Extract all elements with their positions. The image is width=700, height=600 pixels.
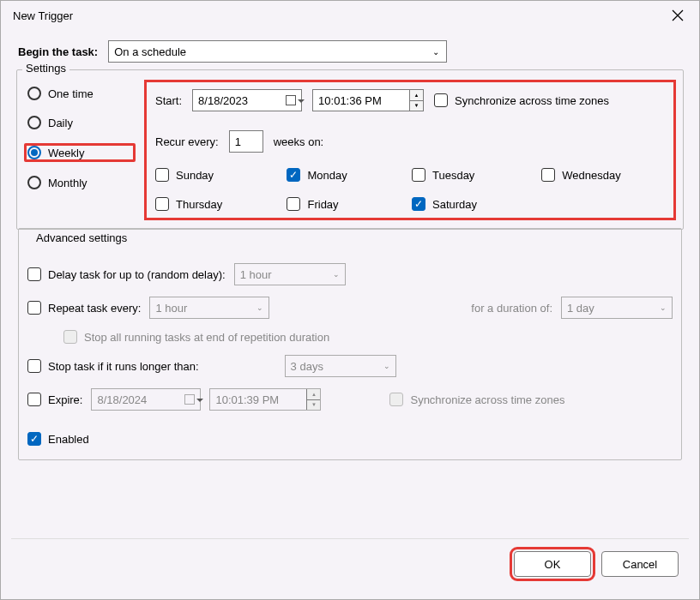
delay-checkbox[interactable] xyxy=(27,267,41,281)
settings-legend: Settings xyxy=(22,62,69,75)
expire-row: Expire: 8/18/2024 10:01:39 PM ▲▼ Synchro… xyxy=(27,388,673,411)
stop-all-checkbox xyxy=(63,330,77,344)
expire-time-picker[interactable]: 10:01:39 PM ▲▼ xyxy=(209,388,321,411)
label-sunday: Sunday xyxy=(176,169,214,182)
stop-if-checkbox-row[interactable]: Stop task if it runs longer than: xyxy=(27,359,199,373)
spinner-down-icon[interactable]: ▼ xyxy=(410,101,423,111)
begin-task-row: Begin the task: On a schedule ⌄ xyxy=(11,35,689,63)
checkbox-friday[interactable] xyxy=(287,197,300,211)
duration-combo[interactable]: 1 day ⌄ xyxy=(561,297,673,319)
enabled-label: Enabled xyxy=(48,433,89,446)
day-monday[interactable]: ✓ Monday xyxy=(287,168,391,182)
expire-label: Expire: xyxy=(48,393,82,406)
expire-date-value: 8/18/2024 xyxy=(97,393,147,406)
sync-tz-checkbox[interactable] xyxy=(434,93,448,107)
close-icon xyxy=(672,9,684,21)
close-button[interactable] xyxy=(665,3,691,28)
radio-one-time-label: One time xyxy=(48,87,94,100)
schedule-radio-group: One time Daily Weekly Monthly xyxy=(24,80,136,220)
day-thursday[interactable]: Thursday xyxy=(155,197,266,211)
stop-if-row: Stop task if it runs longer than: 3 days… xyxy=(27,355,673,377)
delay-combo[interactable]: 1 hour ⌄ xyxy=(234,263,346,285)
day-wednesday[interactable]: Wednesday xyxy=(541,168,665,182)
repeat-value: 1 hour xyxy=(155,302,187,315)
settings-body: One time Daily Weekly Monthly xyxy=(17,80,683,229)
stop-if-label: Stop task if it runs longer than: xyxy=(48,360,199,373)
day-tuesday[interactable]: Tuesday xyxy=(412,168,521,182)
stop-if-checkbox[interactable] xyxy=(27,359,41,373)
chevron-down-icon: ⌄ xyxy=(333,270,340,279)
repeat-checkbox[interactable] xyxy=(27,301,41,315)
checkbox-monday[interactable]: ✓ xyxy=(287,168,300,182)
recur-row: Recur every: 1 weeks on: xyxy=(155,130,665,153)
sync-tz-label: Synchronize across time zones xyxy=(455,94,609,107)
begin-task-combo[interactable]: On a schedule ⌄ xyxy=(108,40,447,63)
expire-sync-checkbox xyxy=(389,393,403,406)
begin-task-label: Begin the task: xyxy=(18,45,98,58)
ok-button[interactable]: OK xyxy=(514,551,591,577)
delay-value: 1 hour xyxy=(240,268,272,281)
checkbox-thursday[interactable] xyxy=(155,197,169,211)
radio-weekly-label: Weekly xyxy=(48,147,84,159)
spinner-up-icon[interactable]: ▲ xyxy=(410,90,423,101)
start-date-picker[interactable]: 8/18/2023 xyxy=(192,89,302,111)
spinner-up-icon[interactable]: ▲ xyxy=(307,389,320,400)
chevron-down-icon: ⌄ xyxy=(432,47,439,57)
label-saturday: Saturday xyxy=(432,198,477,211)
calendar-icon xyxy=(184,394,195,405)
start-time-value: 10:01:36 PM xyxy=(318,94,382,107)
enabled-checkbox[interactable]: ✓ xyxy=(27,432,41,446)
time-spinner[interactable]: ▲▼ xyxy=(409,90,423,111)
recur-block: Recur every: 1 weeks on: Sunday xyxy=(155,130,665,211)
enabled-checkbox-row[interactable]: ✓ Enabled xyxy=(27,432,89,446)
delay-checkbox-row[interactable]: Delay task for up to (random delay): xyxy=(27,267,226,281)
delay-label: Delay task for up to (random delay): xyxy=(48,268,226,281)
expire-date-picker[interactable]: 8/18/2024 xyxy=(91,388,201,411)
expire-sync-row: Synchronize across time zones xyxy=(389,393,564,406)
stop-all-label: Stop all running tasks at end of repetit… xyxy=(84,331,329,344)
expire-time-value: 10:01:39 PM xyxy=(215,393,279,406)
repeat-checkbox-row[interactable]: Repeat task every: xyxy=(27,301,141,315)
day-saturday[interactable]: ✓ Saturday xyxy=(412,197,521,211)
spinner-down-icon[interactable]: ▼ xyxy=(307,400,320,411)
expire-checkbox-row[interactable]: Expire: xyxy=(27,393,82,406)
label-wednesday: Wednesday xyxy=(562,169,620,182)
cancel-button[interactable]: Cancel xyxy=(601,551,679,577)
radio-daily-label: Daily xyxy=(48,117,73,129)
repeat-combo[interactable]: 1 hour ⌄ xyxy=(149,297,269,319)
recur-weeks-input[interactable]: 1 xyxy=(229,130,263,153)
titlebar: New Trigger xyxy=(1,1,699,30)
checkbox-saturday[interactable]: ✓ xyxy=(412,197,425,211)
day-sunday[interactable]: Sunday xyxy=(155,168,266,182)
checkbox-tuesday[interactable] xyxy=(412,168,425,182)
advanced-legend: Advanced settings xyxy=(33,231,678,244)
begin-task-value: On a schedule xyxy=(114,45,186,58)
dialog-footer: OK Cancel xyxy=(11,538,689,589)
recur-value: 1 xyxy=(235,135,241,148)
sync-tz-checkbox-row[interactable]: Synchronize across time zones xyxy=(434,93,609,107)
expire-checkbox[interactable] xyxy=(27,393,41,406)
chevron-down-icon: ⌄ xyxy=(256,303,263,312)
radio-weekly[interactable]: Weekly xyxy=(24,143,136,162)
settings-fieldset: Settings One time Daily Weekly xyxy=(16,69,684,230)
repeat-label: Repeat task every: xyxy=(48,302,141,315)
start-date-value: 8/18/2023 xyxy=(198,94,248,107)
checkbox-wednesday[interactable] xyxy=(541,168,555,182)
start-row: Start: 8/18/2023 10:01:36 PM ▲▼ Synchron… xyxy=(155,89,665,111)
checkbox-sunday[interactable] xyxy=(155,168,169,182)
schedule-config-panel: Start: 8/18/2023 10:01:36 PM ▲▼ Synchron… xyxy=(144,80,676,220)
ok-button-label: OK xyxy=(545,558,561,571)
radio-daily[interactable]: Daily xyxy=(24,114,136,131)
window-title: New Trigger xyxy=(9,9,665,22)
radio-monthly[interactable]: Monthly xyxy=(24,174,136,191)
stop-if-combo[interactable]: 3 days ⌄ xyxy=(285,355,396,377)
day-friday[interactable]: Friday xyxy=(287,197,391,211)
stop-all-row: Stop all running tasks at end of repetit… xyxy=(63,330,673,344)
radio-one-time[interactable]: One time xyxy=(24,85,136,102)
recur-suffix: weeks on: xyxy=(274,135,324,148)
label-thursday: Thursday xyxy=(176,198,222,211)
stop-all-checkbox-row: Stop all running tasks at end of repetit… xyxy=(63,330,329,344)
new-trigger-window: New Trigger Begin the task: On a schedul… xyxy=(0,0,700,600)
time-spinner[interactable]: ▲▼ xyxy=(306,389,320,410)
start-time-picker[interactable]: 10:01:36 PM ▲▼ xyxy=(312,89,424,111)
